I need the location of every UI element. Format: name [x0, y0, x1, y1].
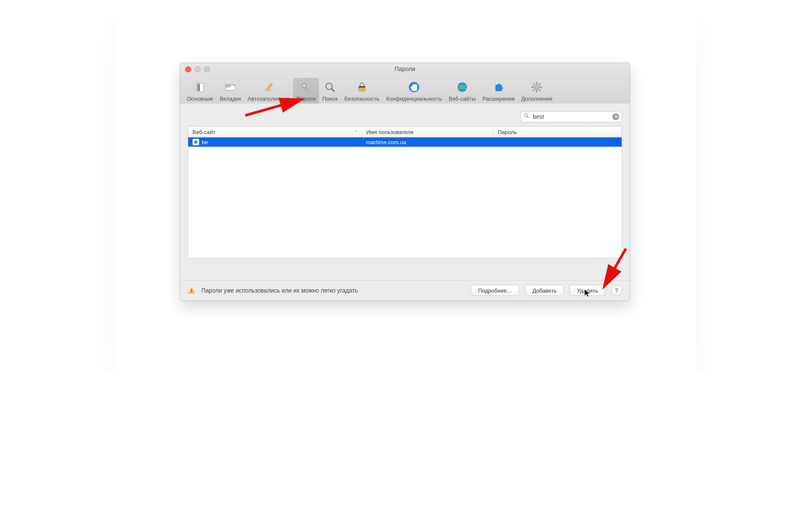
table-row[interactable]: be mactime.com.ua	[188, 137, 622, 147]
add-button[interactable]: Добавить	[525, 285, 564, 296]
clear-search-icon[interactable]: ✕	[612, 113, 619, 120]
preferences-window: Пароли Основные + Вкладки Автозаполнение	[180, 63, 630, 301]
toolbar-item-label: Поиск	[322, 96, 337, 102]
svg-rect-26	[191, 290, 192, 292]
column-label: Имя пользователя	[366, 129, 413, 135]
toolbar-item-search[interactable]: Поиск	[319, 78, 341, 104]
search-input[interactable]	[532, 113, 610, 120]
svg-rect-12	[359, 86, 365, 88]
column-label: Пароль	[498, 129, 517, 135]
svg-line-23	[533, 90, 535, 91]
svg-line-21	[539, 90, 540, 91]
magnifier-icon	[323, 80, 337, 94]
svg-point-15	[535, 85, 539, 89]
remove-button[interactable]: Удалить	[570, 285, 605, 296]
toolbar-item-tabs[interactable]: + Вкладки	[217, 78, 244, 104]
lock-icon	[355, 80, 369, 94]
toolbar-item-label: Веб-сайты	[449, 96, 476, 102]
svg-line-25	[527, 116, 529, 118]
key-icon	[299, 80, 313, 94]
toolbar-item-autofill[interactable]: Автозаполнение	[244, 78, 293, 104]
column-website[interactable]: Веб-сайт ⌃	[188, 127, 362, 137]
preferences-toolbar: Основные + Вкладки Автозаполнение Пароли	[184, 78, 556, 104]
toolbar-item-privacy[interactable]: Конфиденциальность	[383, 78, 445, 104]
toolbar-item-label: Вкладки	[220, 96, 241, 102]
column-username[interactable]: Имя пользователя	[362, 127, 494, 137]
toolbar-item-security[interactable]: Безопасность	[341, 78, 383, 104]
svg-rect-8	[304, 87, 309, 91]
toolbar-item-label: Пароли	[296, 96, 316, 102]
svg-rect-27	[191, 292, 192, 293]
switch-icon	[193, 80, 207, 94]
table-header: Веб-сайт ⌃ Имя пользователя Пароль	[188, 127, 622, 137]
toolbar-item-advanced[interactable]: Дополнения	[518, 78, 556, 104]
svg-point-14	[458, 82, 467, 92]
favicon-icon	[192, 139, 199, 145]
gear-icon	[530, 80, 543, 94]
svg-line-20	[533, 84, 535, 85]
warning-text: Пароли уже использовались или их можно л…	[201, 287, 358, 294]
column-password[interactable]: Пароль	[494, 127, 622, 137]
tabs-icon: +	[224, 80, 237, 94]
passwords-table: Веб-сайт ⌃ Имя пользователя Пароль be ma…	[188, 126, 622, 258]
hand-icon	[407, 80, 421, 94]
svg-line-22	[539, 84, 540, 85]
globe-icon	[455, 80, 469, 94]
toolbar-item-label: Конфиденциальность	[386, 96, 442, 102]
column-label: Веб-сайт	[192, 129, 215, 135]
search-field[interactable]: ✕	[521, 111, 622, 122]
toolbar-item-label: Расширения	[483, 96, 515, 102]
toolbar-item-label: Безопасность	[344, 96, 379, 102]
toolbar-item-extensions[interactable]: Расширения	[479, 78, 518, 104]
toolbar-item-websites[interactable]: Веб-сайты	[445, 78, 479, 104]
titlebar: Пароли Основные + Вкладки Автозаполнение	[180, 63, 630, 104]
passwords-pane: ✕ Веб-сайт ⌃ Имя пользователя Пароль	[180, 104, 630, 280]
search-icon	[524, 113, 529, 120]
svg-rect-3	[225, 85, 230, 87]
svg-rect-1	[197, 84, 200, 91]
toolbar-item-label: Основные	[187, 96, 213, 102]
help-button[interactable]: ?	[611, 285, 622, 296]
sort-indicator-icon: ⌃	[354, 130, 357, 134]
footer-bar: Пароли уже использовались или их можно л…	[180, 280, 630, 301]
warning-icon	[188, 287, 195, 294]
toolbar-item-general[interactable]: Основные	[184, 78, 217, 104]
details-button[interactable]: Подробнее…	[471, 285, 519, 296]
svg-line-10	[332, 89, 335, 92]
cell-website: be	[202, 139, 208, 145]
toolbar-item-label: Автозаполнение	[248, 96, 290, 102]
cell-username: mactime.com.ua	[366, 139, 406, 145]
window-title: Пароли	[180, 66, 630, 72]
toolbar-item-label: Дополнения	[521, 96, 552, 102]
toolbar-item-passwords[interactable]: Пароли	[293, 78, 319, 104]
svg-text:+: +	[233, 83, 235, 88]
svg-point-7	[304, 85, 305, 86]
puzzle-icon	[492, 80, 505, 94]
pencil-icon	[262, 80, 275, 94]
